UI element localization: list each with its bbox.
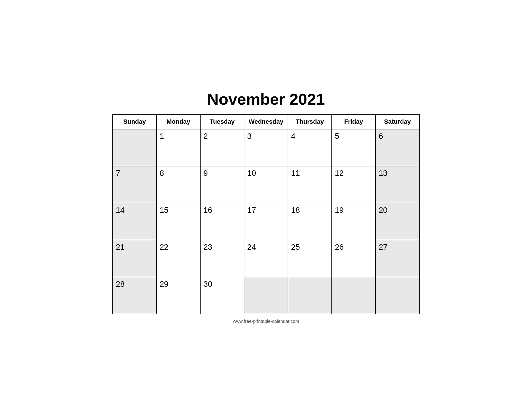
calendar-day-cell[interactable]: 27 (376, 240, 419, 277)
calendar-day-cell[interactable] (288, 277, 332, 314)
column-header-thursday: Thursday (288, 114, 332, 129)
day-number: 12 (335, 169, 344, 177)
calendar-container: November 2021 SundayMondayTuesdayWednesd… (95, 79, 437, 332)
calendar-footer: www.free-printable-calendar.com (112, 319, 420, 324)
column-header-wednesday: Wednesday (244, 114, 288, 129)
day-number: 21 (116, 243, 125, 251)
day-number: 24 (247, 243, 256, 251)
day-number: 19 (335, 206, 344, 214)
calendar-day-cell[interactable]: 24 (244, 240, 288, 277)
calendar-day-cell[interactable] (332, 277, 376, 314)
calendar-day-cell[interactable]: 6 (376, 129, 419, 166)
calendar-day-cell[interactable]: 18 (288, 203, 332, 240)
calendar-day-cell[interactable]: 30 (200, 277, 244, 314)
day-number: 1 (160, 132, 164, 141)
calendar-day-cell[interactable]: 22 (156, 240, 200, 277)
calendar-day-cell[interactable]: 28 (113, 277, 156, 314)
column-header-saturday: Saturday (376, 114, 419, 129)
calendar-day-cell[interactable] (113, 129, 156, 166)
calendar-day-cell[interactable]: 4 (288, 129, 332, 166)
calendar-day-cell[interactable]: 7 (113, 166, 156, 203)
day-number: 30 (203, 280, 212, 288)
calendar-day-cell[interactable]: 14 (113, 203, 156, 240)
calendar-week-row: 78910111213 (113, 166, 419, 203)
column-header-monday: Monday (156, 114, 200, 129)
day-number: 2 (203, 132, 208, 141)
calendar-day-cell[interactable]: 11 (288, 166, 332, 203)
calendar-day-cell[interactable]: 5 (332, 129, 376, 166)
calendar-week-row: 14151617181920 (113, 203, 419, 240)
calendar-day-cell[interactable]: 21 (113, 240, 156, 277)
day-number: 29 (160, 280, 168, 288)
day-number: 18 (291, 206, 300, 214)
calendar-day-cell[interactable]: 19 (332, 203, 376, 240)
day-number: 7 (116, 169, 120, 177)
day-number: 3 (247, 132, 252, 141)
calendar-day-cell[interactable]: 3 (244, 129, 288, 166)
day-number: 15 (160, 206, 168, 214)
calendar-day-cell[interactable]: 26 (332, 240, 376, 277)
calendar-day-cell[interactable] (244, 277, 288, 314)
day-number: 9 (203, 169, 208, 177)
day-number: 4 (291, 132, 296, 141)
calendar-day-cell[interactable]: 2 (200, 129, 244, 166)
day-number: 8 (160, 169, 164, 177)
calendar-day-cell[interactable]: 23 (200, 240, 244, 277)
day-number: 26 (335, 243, 344, 251)
calendar-day-cell[interactable]: 15 (156, 203, 200, 240)
calendar-day-cell[interactable]: 1 (156, 129, 200, 166)
calendar-day-cell[interactable] (376, 277, 419, 314)
calendar-day-cell[interactable]: 10 (244, 166, 288, 203)
calendar-header-row: SundayMondayTuesdayWednesdayThursdayFrid… (113, 114, 419, 129)
calendar-day-cell[interactable]: 8 (156, 166, 200, 203)
day-number: 14 (116, 206, 125, 214)
column-header-tuesday: Tuesday (200, 114, 244, 129)
calendar-day-cell[interactable]: 16 (200, 203, 244, 240)
calendar-day-cell[interactable]: 13 (376, 166, 419, 203)
day-number: 6 (379, 132, 383, 141)
calendar-week-row: 21222324252627 (113, 240, 419, 277)
day-number: 28 (116, 280, 125, 288)
day-number: 5 (335, 132, 339, 141)
calendar-day-cell[interactable]: 20 (376, 203, 419, 240)
day-number: 10 (247, 169, 256, 177)
day-number: 22 (160, 243, 168, 251)
calendar-day-cell[interactable]: 9 (200, 166, 244, 203)
day-number: 11 (291, 169, 300, 177)
calendar-week-row: 282930 (113, 277, 419, 314)
column-header-friday: Friday (332, 114, 376, 129)
calendar-table: SundayMondayTuesdayWednesdayThursdayFrid… (112, 114, 420, 314)
day-number: 16 (203, 206, 212, 214)
calendar-day-cell[interactable]: 12 (332, 166, 376, 203)
day-number: 25 (291, 243, 300, 251)
day-number: 27 (379, 243, 387, 251)
calendar-day-cell[interactable]: 29 (156, 277, 200, 314)
day-number: 13 (379, 169, 387, 177)
day-number: 20 (379, 206, 387, 214)
calendar-title: November 2021 (112, 90, 420, 108)
calendar-day-cell[interactable]: 25 (288, 240, 332, 277)
day-number: 23 (203, 243, 212, 251)
column-header-sunday: Sunday (113, 114, 156, 129)
calendar-week-row: 123456 (113, 129, 419, 166)
calendar-day-cell[interactable]: 17 (244, 203, 288, 240)
day-number: 17 (247, 206, 256, 214)
